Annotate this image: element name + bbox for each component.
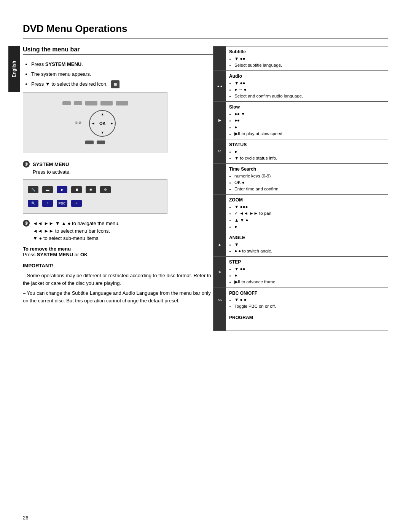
func-content-subtitle: Subtitle ▼ ●● Select subtitle language. <box>226 46 388 70</box>
func-slow: ▶ Slow ●● ▼ ●● ● ▶II to play at slow spe… <box>213 102 388 139</box>
func-content-audio: Audio ▼ ●● ● → ● — — — Select and confir… <box>226 71 388 101</box>
func-icon-slow: ▶ <box>213 102 226 139</box>
step-2-detail1: ◄◄ ►► to select menu bar icons. <box>33 228 110 234</box>
func-icon-angle: ▲ <box>213 232 226 256</box>
page-number: 26 <box>23 515 28 521</box>
func-status: 10 STATUS ● ▼ to cycle status info. <box>213 139 388 164</box>
func-content-zoom: ZOOM ▼ ●●● ✓ ◄◄ ►► to pan ▲ ▼ ● ● <box>226 195 388 232</box>
important-section: IMPORTANT! – Some operations may be diff… <box>23 262 213 305</box>
page: DVD Menu Operations English Using the me… <box>0 0 411 532</box>
remove-text: Press SYSTEM MENU or OK <box>23 252 213 257</box>
func-icon-program <box>213 312 226 331</box>
intro-bullets: Press SYSTEM MENU. The system menu appea… <box>31 60 213 88</box>
important-item-1: – Some operations may be different or re… <box>23 272 213 287</box>
func-content-program: PROGRAM <box>226 312 388 331</box>
func-timesearch: Time Search numeric keys (0-9) OK ● Ente… <box>213 164 388 195</box>
step-1-label: SYSTEM MENU <box>33 161 69 167</box>
content-area: English Using the menu bar Press SYSTEM … <box>23 46 388 331</box>
function-table: Subtitle ▼ ●● Select subtitle language. … <box>213 46 388 331</box>
func-content-angle: ANGLE ▼ ● ● to switch angle. <box>226 232 388 256</box>
step-1-num: ① <box>23 161 30 168</box>
step-1-block: ① SYSTEM MENU Press to activate. <box>23 161 213 176</box>
func-content-timesearch: Time Search numeric keys (0-9) OK ● Ente… <box>226 164 388 194</box>
section-title: Using the menu bar <box>23 46 213 55</box>
func-content-slow: Slow ●● ▼ ●● ● ▶II to play at slow speed… <box>226 102 388 139</box>
step-2-num: ② <box>23 220 30 227</box>
func-content-status: STATUS ● ▼ to cycle status info. <box>226 139 388 163</box>
func-content-pbc: PBC ON/OFF ▼ ● ● Toggle PBC on or off. <box>226 288 388 312</box>
func-angle: ▲ ANGLE ▼ ● ● to switch angle. <box>213 232 388 257</box>
bullet-3: Press ▼ to select the desired icon. 🔲 <box>31 80 213 88</box>
remove-label: To remove the menu <box>23 246 213 252</box>
func-program: PROGRAM <box>213 312 388 331</box>
language-tab: English <box>8 46 20 92</box>
func-icon-pbc: PBC <box>213 288 226 312</box>
left-column: English Using the menu bar Press SYSTEM … <box>23 46 213 331</box>
func-icon-timesearch <box>213 164 226 194</box>
step-2-nav: ◄◄ ►► ▼ ▲ ● to navigate the menu. <box>33 220 119 226</box>
bullet-2: The system menu appears. <box>31 70 213 78</box>
func-audio: ◄◄ Audio ▼ ●● ● → ● — — — Select and con… <box>213 71 388 102</box>
func-icon-status: 10 <box>213 139 226 163</box>
func-zoom: ZOOM ▼ ●●● ✓ ◄◄ ►► to pan ▲ ▼ ● ● <box>213 195 388 232</box>
func-icon-step: ⑤ <box>213 257 226 287</box>
func-step: ⑤ STEP ▼ ●● ● ▶II to advance frame. <box>213 257 388 288</box>
system-menu-image: 🔧 ▬ ▶ ⏹ ◉ ⚙ 🔍 4 PBC ≡ <box>23 179 167 214</box>
func-icon-zoom <box>213 195 226 232</box>
remote-image: ① ② ▲ ▼ ◄ ► OK <box>23 92 167 153</box>
important-title: IMPORTANT! <box>23 263 54 268</box>
remove-section: To remove the menu Press SYSTEM MENU or … <box>23 246 213 257</box>
func-content-step: STEP ▼ ●● ● ▶II to advance frame. <box>226 257 388 287</box>
step-2-detail2: ▼ ● to select sub-menu items. <box>33 235 100 241</box>
func-subtitle: Subtitle ▼ ●● Select subtitle language. <box>213 46 388 71</box>
step-2-block: ② ◄◄ ►► ▼ ▲ ● to navigate the menu. ◄◄ ►… <box>23 220 213 242</box>
step-1-bullet: Press to activate. <box>33 169 71 175</box>
func-icon-subtitle <box>213 46 226 70</box>
bullet-1: Press SYSTEM MENU. <box>31 60 213 69</box>
important-item-2: – You can change the Subtitle Language a… <box>23 289 213 305</box>
page-title: DVD Menu Operations <box>23 23 388 38</box>
func-icon-audio: ◄◄ <box>213 71 226 101</box>
func-pbc: PBC PBC ON/OFF ▼ ● ● Toggle PBC on or of… <box>213 288 388 312</box>
